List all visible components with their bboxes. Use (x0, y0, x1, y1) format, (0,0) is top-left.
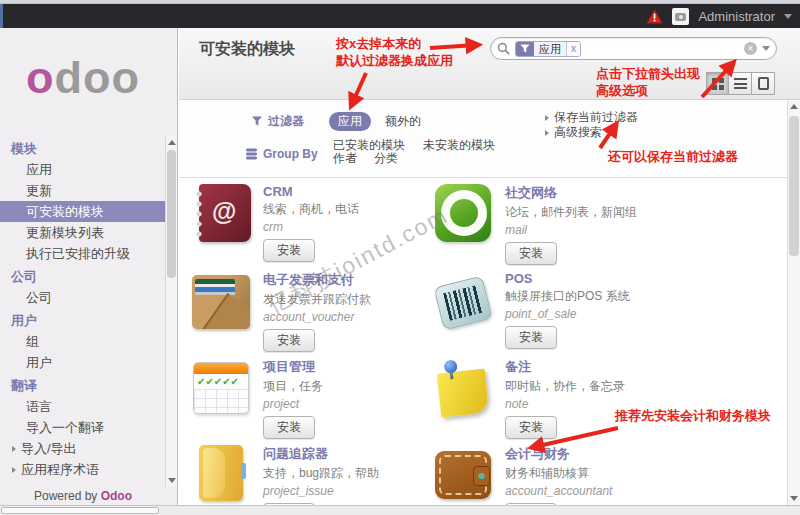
module-description: 即时贴，协作，备忘录 (505, 378, 625, 395)
odoo-logo: odoo (0, 52, 166, 104)
expand-arrow-icon (545, 130, 549, 136)
sidebar-section-users: 用户 (0, 310, 165, 331)
search-input[interactable] (586, 40, 739, 58)
search-clear-icon[interactable]: × (744, 42, 757, 55)
horizontal-scrollbar-thumb[interactable] (1, 507, 159, 514)
notes-module-icon (431, 358, 495, 445)
module-title-link[interactable]: 电子发票和支付 (263, 271, 371, 289)
module-card-project: 项目管理 项目，任务 project 安装 (187, 358, 429, 445)
module-title-link[interactable]: 会计与财务 (505, 445, 612, 463)
scroll-up-icon[interactable] (790, 104, 798, 109)
sidebar-section-modules: 模块 (0, 138, 165, 159)
module-tech-name: account_accountant (505, 484, 612, 498)
powered-by: Powered by Odoo (0, 489, 166, 503)
annotation-dropdown-advanced: 点击下拉箭头出现高级选项 (596, 65, 700, 99)
module-title-link[interactable]: CRM (263, 184, 359, 199)
sidebar: odoo 模块 应用 更新 可安装的模块 更新模块列表 执行已安排的升级 公司 … (0, 28, 178, 505)
sidebar-scrollbar-thumb[interactable] (167, 150, 176, 278)
scroll-up-icon[interactable] (168, 140, 176, 145)
sidebar-scrollbar[interactable] (165, 136, 177, 487)
groupby-icon (245, 148, 258, 160)
facet-remove-button[interactable]: x (566, 42, 580, 56)
user-avatar[interactable] (672, 8, 689, 25)
sidebar-item-users[interactable]: 用户 (0, 352, 165, 373)
module-description: 论坛，邮件列表，新闻组 (505, 204, 637, 221)
advanced-search-link[interactable]: 高级搜索 (545, 125, 638, 140)
module-card-pos: POS 触摸屏接口的POS 系统 point_of_sale 安装 (429, 271, 786, 358)
filter-option-not-installed[interactable]: 未安装的模块 (419, 136, 499, 155)
module-card-crm: CRM 线索，商机，电话 crm 安装 (187, 184, 429, 271)
main-scrollbar-thumb[interactable] (789, 116, 799, 256)
module-title-link[interactable]: 备注 (505, 358, 625, 376)
scroll-down-icon[interactable] (790, 496, 798, 501)
module-title-link[interactable]: 社交网络 (505, 184, 637, 202)
sidebar-item-installable-modules[interactable]: 可安装的模块 (0, 201, 165, 222)
sidebar-item-application-terms[interactable]: 应用程序术语 (0, 459, 165, 480)
main-panel: 可安装的模块 应用 x × 过滤器 (179, 28, 800, 505)
module-description: 项目，任务 (263, 378, 323, 395)
install-button[interactable]: 安装 (505, 416, 557, 439)
list-icon (734, 78, 747, 89)
filters-toggle[interactable]: 过滤器 (251, 113, 304, 130)
install-button[interactable]: 安装 (263, 416, 315, 439)
module-title-link[interactable]: 问题追踪器 (263, 445, 379, 463)
install-button[interactable]: 安装 (263, 239, 315, 262)
pos-module-icon (431, 271, 495, 358)
main-header: 可安装的模块 应用 x × (179, 28, 800, 100)
module-tech-name: point_of_sale (505, 307, 630, 321)
view-switcher (706, 72, 775, 95)
search-box[interactable]: 应用 x × (490, 37, 777, 60)
modules-grid: CRM 线索，商机，电话 crm 安装 社交网络 论坛，邮件列表，新闻组 mai… (187, 178, 786, 505)
crm-module-icon (189, 184, 253, 271)
expand-arrow-icon (12, 446, 16, 452)
kanban-view-button[interactable] (706, 72, 729, 95)
sidebar-item-import-export[interactable]: 导入/导出 (0, 438, 165, 459)
sidebar-item-companies[interactable]: 公司 (0, 287, 165, 308)
scroll-down-icon[interactable] (168, 478, 176, 483)
groupby-toggle[interactable]: Group By (245, 147, 318, 161)
sidebar-section-translations: 翻译 (0, 375, 165, 396)
module-card-account-voucher: 电子发票和支付 发送发票并跟踪付款 account_voucher 安装 (187, 271, 429, 358)
user-menu-caret-icon[interactable] (784, 14, 792, 19)
sidebar-section-technical: 技术 (0, 482, 165, 485)
install-button[interactable]: 安装 (505, 326, 557, 349)
search-dropdown-caret-icon[interactable] (762, 46, 770, 51)
module-title-link[interactable]: 项目管理 (263, 358, 323, 376)
module-tech-name: project_issue (263, 484, 379, 498)
topbar: Administrator (0, 4, 800, 28)
module-description: 财务和辅助核算 (505, 465, 612, 482)
module-card-mail: 社交网络 论坛，邮件列表，新闻组 mail 安装 (429, 184, 786, 271)
search-icon (497, 42, 510, 55)
install-button[interactable]: 安装 (263, 329, 315, 352)
sidebar-item-languages[interactable]: 语言 (0, 396, 165, 417)
odoo-app-window: Administrator odoo 模块 应用 更新 可安装的模块 更新模块列… (0, 0, 800, 515)
groupby-option-category[interactable]: 分类 (370, 149, 402, 168)
groupby-option-author[interactable]: 作者 (329, 149, 361, 168)
module-description: 支持，bug跟踪，帮助 (263, 465, 379, 482)
odoo-link[interactable]: Odoo (101, 489, 132, 503)
warning-icon[interactable] (646, 9, 663, 24)
save-current-filter-link[interactable]: 保存当前过滤器 (545, 110, 638, 125)
annotation-install-accounting: 推荐先安装会计和财务模块 (615, 407, 771, 424)
horizontal-scrollbar[interactable] (0, 505, 800, 515)
sidebar-item-apps[interactable]: 应用 (0, 159, 165, 180)
filter-option-apps[interactable]: 应用 (329, 112, 371, 131)
sidebar-item-groups[interactable]: 组 (0, 331, 165, 352)
user-name[interactable]: Administrator (698, 9, 775, 24)
sidebar-item-updates[interactable]: 更新 (0, 180, 165, 201)
accounting-module-icon (431, 445, 495, 505)
form-view-button[interactable] (752, 72, 775, 95)
sidebar-item-apply-scheduled-upgrades[interactable]: 执行已安排的升级 (0, 243, 165, 264)
filter-option-extra[interactable]: 额外的 (381, 112, 425, 131)
list-view-button[interactable] (729, 72, 752, 95)
module-description: 线索，商机，电话 (263, 201, 359, 218)
sidebar-item-update-module-list[interactable]: 更新模块列表 (0, 222, 165, 243)
project-module-icon (189, 358, 253, 445)
sidebar-section-company: 公司 (0, 266, 165, 287)
main-scrollbar[interactable] (787, 100, 800, 505)
annotation-save-filter: 还可以保存当前过滤器 (608, 148, 738, 165)
install-button[interactable]: 安装 (505, 242, 557, 265)
module-title-link[interactable]: POS (505, 271, 630, 286)
sidebar-item-import-translation[interactable]: 导入一个翻译 (0, 417, 165, 438)
invoicing-module-icon (189, 271, 253, 358)
